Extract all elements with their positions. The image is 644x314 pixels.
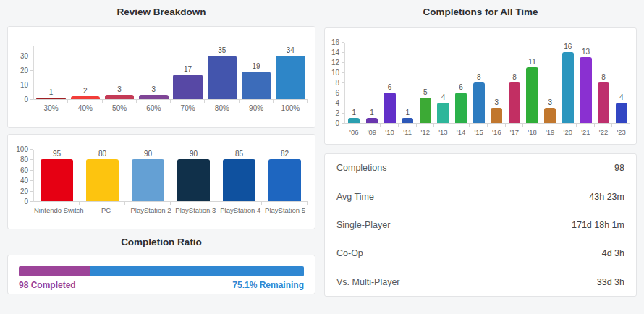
x-axis-label: '09 — [363, 128, 381, 136]
dashboard-page: Review Breakdown 010203012331735193430%4… — [0, 0, 644, 314]
bar — [420, 98, 431, 123]
y-axis-tick-mark — [342, 42, 344, 43]
x-axis-label: 50% — [103, 104, 137, 112]
x-axis-label: 30% — [34, 104, 68, 112]
bar-group: 11 — [523, 43, 541, 123]
y-axis-tick-mark — [30, 180, 33, 181]
bar-group: 82 — [262, 150, 308, 201]
bar — [132, 159, 164, 201]
x-axis-label: 40% — [68, 104, 102, 112]
y-axis-tick-label: 2 — [335, 110, 339, 117]
bar — [473, 82, 485, 123]
x-axis-label: PlayStation 4 — [218, 206, 263, 214]
bar — [384, 93, 395, 123]
bar-value-label: 11 — [528, 58, 535, 66]
bar — [36, 98, 66, 99]
bar-value-label: 4 — [441, 93, 446, 101]
bar-group: 3 — [488, 43, 506, 123]
bar-value-label: 35 — [218, 46, 226, 54]
stat-label: Vs. Multi-Player — [336, 277, 400, 287]
completion-ratio-labels: 98 Completed 75.1% Remaining — [19, 280, 304, 290]
y-axis: 020406080100 — [12, 150, 34, 202]
stats-table-row: Vs. Multi-Player33d 3h — [325, 268, 636, 296]
completion-ratio-bar — [19, 266, 304, 276]
bar-group: 16 — [559, 43, 577, 123]
y-axis-tick-mark — [30, 56, 33, 56]
bar — [276, 56, 305, 99]
bar-group: 5 — [417, 43, 435, 123]
bar-group: 35 — [205, 46, 239, 99]
review-breakdown-card: 010203012331735193430%40%50%60%70%80%90%… — [7, 26, 315, 128]
bar-group: 1 — [399, 43, 417, 123]
stat-label: Completions — [336, 163, 386, 173]
x-axis-label: 100% — [274, 104, 308, 112]
bar — [509, 82, 520, 123]
stat-value: 33d 3h — [597, 277, 624, 287]
completions-all-time-title: Completions for All Time — [324, 7, 637, 18]
platform-scores-card: 020406080100958090908582Nintendo SwitchP… — [7, 134, 315, 229]
y-axis-tick-mark — [342, 72, 344, 73]
bar — [616, 103, 627, 123]
bar-group: 4 — [612, 43, 630, 123]
x-axis-label: '22 — [595, 128, 613, 136]
bar-group: 3 — [137, 46, 171, 99]
x-axis-label: Nintendo Switch — [34, 206, 84, 214]
x-axis-label: '11 — [399, 128, 417, 136]
y-axis: 0102030 — [12, 46, 34, 100]
y-axis-tick-mark — [342, 123, 344, 124]
bar-group: 4 — [434, 43, 452, 123]
bar-value-label: 3 — [548, 98, 552, 106]
y-axis-tick-label: 30 — [20, 53, 28, 60]
x-axis-label: '21 — [577, 128, 595, 136]
bar — [71, 96, 101, 99]
bar-value-label: 8 — [601, 73, 606, 81]
stats-table-row: Co-Op4d 3h — [325, 239, 636, 267]
bar-value-label: 8 — [477, 73, 481, 81]
remaining-segment — [90, 266, 304, 276]
bar — [348, 118, 360, 123]
bar-value-label: 3 — [117, 85, 122, 93]
bar — [223, 159, 255, 201]
y-axis-tick-label: 20 — [20, 188, 28, 195]
x-axis-label: 80% — [205, 104, 239, 112]
chart-plot-area: 1161546838113161384'06'09'10'11'12'13'14… — [345, 43, 630, 136]
bar — [491, 108, 502, 123]
bar-value-label: 5 — [423, 88, 428, 96]
bar-value-label: 90 — [144, 150, 152, 158]
bar — [366, 118, 378, 123]
bar-value-label: 1 — [49, 88, 54, 96]
bar — [208, 56, 237, 99]
bar — [242, 72, 271, 99]
bar-group: 8 — [470, 43, 488, 123]
stats-table: Completions98Avg Time43h 23mSingle-Playe… — [325, 154, 636, 296]
x-axis-label: '15 — [470, 128, 488, 136]
bar-group: 1 — [345, 43, 363, 123]
y-axis-tick-label: 12 — [331, 59, 339, 67]
y-axis-tick-mark — [342, 62, 344, 63]
bar — [139, 95, 169, 99]
y-axis-tick-label: 8 — [335, 80, 339, 87]
stat-value: 171d 18h 1m — [572, 220, 624, 230]
bar — [105, 95, 135, 99]
y-axis-tick-label: 80 — [20, 156, 28, 164]
y-axis-tick-label: 40 — [20, 177, 28, 184]
stat-value: 43h 23m — [589, 192, 624, 202]
bar-group: 1 — [363, 43, 381, 123]
bar-value-label: 80 — [98, 150, 106, 158]
bar — [437, 103, 449, 123]
y-axis-tick-label: 0 — [24, 198, 28, 205]
x-axis-label: PC — [84, 206, 129, 214]
y-axis: 0246810121416 — [328, 43, 345, 124]
bar — [455, 93, 467, 123]
bar-group: 80 — [80, 150, 125, 201]
bar-group: 90 — [125, 150, 171, 201]
stat-label: Co-Op — [336, 248, 363, 258]
bar-value-label: 34 — [287, 46, 295, 54]
x-axis-label: '23 — [612, 128, 630, 136]
x-axis-label: '18 — [523, 128, 541, 136]
stat-label: Avg Time — [336, 192, 374, 202]
completions-all-time-card: 02468101214161161546838113161384'06'09'1… — [324, 27, 637, 145]
bar — [562, 52, 574, 123]
y-axis-tick-mark — [30, 99, 33, 100]
x-axis-labels: 30%40%50%60%70%80%90%100% — [34, 100, 308, 112]
